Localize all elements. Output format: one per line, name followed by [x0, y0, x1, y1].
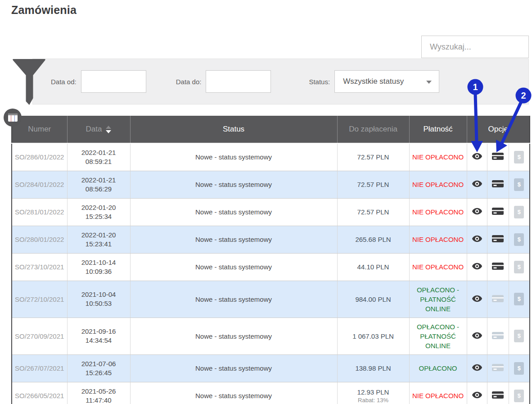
- view-order-button[interactable]: [472, 208, 482, 215]
- invoice-button: $: [514, 178, 524, 191]
- column-header-data[interactable]: Data: [67, 116, 130, 143]
- column-header-label: Opcje: [488, 125, 508, 133]
- order-date-cell: 2021-10-0410:50:53: [67, 281, 130, 318]
- pay-order-button: [492, 363, 504, 372]
- credit-card-icon: [492, 155, 504, 162]
- credit-card-icon: [492, 366, 504, 373]
- order-row: SO/267/07/20212021-07-0615:26:45Nowe - s…: [12, 354, 530, 382]
- order-status-cell: Nowe - status systemowy: [130, 354, 337, 382]
- order-time: 08:59:21: [70, 157, 127, 166]
- order-row: SO/272/10/20212021-10-0410:50:53Nowe - s…: [12, 281, 530, 318]
- pay-order-button[interactable]: [492, 235, 504, 243]
- pay-order-button[interactable]: [492, 262, 504, 270]
- credit-card-icon: [492, 265, 504, 272]
- order-time: 08:56:29: [70, 185, 127, 194]
- column-header-label: Płatność: [423, 125, 452, 133]
- order-time: 11:47:40: [70, 396, 127, 404]
- view-order-cell: [467, 226, 487, 253]
- order-status-cell: Nowe - status systemowy: [130, 281, 337, 318]
- invoice-cell: $: [509, 318, 530, 354]
- credit-card-icon: [492, 210, 504, 217]
- view-order-button[interactable]: [472, 153, 482, 160]
- column-header-label: Data: [86, 125, 102, 133]
- invoice-cell: $: [509, 226, 530, 253]
- order-amount: 984.00 PLN: [340, 295, 406, 303]
- status-label: Status:: [309, 78, 330, 86]
- date-from-input[interactable]: [81, 70, 146, 93]
- payment-status-cell: OPŁACONO - PŁATNOŚĆ ONLINE: [409, 281, 467, 318]
- eye-icon: [472, 237, 482, 244]
- order-time: 15:23:41: [70, 240, 127, 249]
- orders-table: NumerDataStatusDo zapłaceniaPłatnośćOpcj…: [11, 116, 530, 404]
- order-status-cell: Nowe - status systemowy: [130, 171, 337, 198]
- eye-icon: [472, 297, 482, 304]
- order-date: 2021-05-26: [70, 387, 127, 396]
- order-date-cell: 2021-10-1410:09:36: [67, 253, 130, 281]
- invoice-cell: $: [509, 354, 530, 382]
- invoice-button: $: [514, 293, 524, 305]
- invoice-button: $: [514, 390, 524, 402]
- column-settings-button[interactable]: [4, 109, 22, 127]
- order-status-cell: Nowe - status systemowy: [130, 318, 337, 354]
- invoice-cell: $: [509, 171, 530, 198]
- view-order-cell: [467, 281, 487, 318]
- order-number-cell: SO/281/01/2022: [12, 198, 67, 226]
- view-order-button[interactable]: [472, 235, 482, 242]
- sort-arrows-icon[interactable]: [106, 126, 111, 133]
- eye-icon: [472, 393, 482, 400]
- pay-order-cell: [487, 171, 509, 198]
- order-time: 14:34:54: [70, 336, 127, 345]
- pay-order-button[interactable]: [492, 152, 504, 160]
- order-date-cell: 2022-01-2015:25:34: [67, 198, 130, 226]
- pay-order-cell: [487, 143, 509, 171]
- pay-order-cell: [487, 198, 509, 226]
- pay-order-button[interactable]: [492, 207, 504, 215]
- pay-order-button[interactable]: [492, 180, 504, 188]
- order-date: 2022-01-20: [70, 231, 127, 240]
- order-time: 10:50:53: [70, 299, 127, 308]
- pay-order-button[interactable]: [492, 391, 504, 399]
- column-header-label: Do zapłacenia: [349, 125, 397, 133]
- order-date-cell: 2022-01-2108:56:29: [67, 171, 130, 198]
- order-number-cell: SO/286/01/2022: [12, 143, 67, 171]
- table-columns-icon: [8, 113, 18, 122]
- view-order-button[interactable]: [472, 180, 482, 187]
- orders-page: Zamówienia Data od: Data do: Status: Wsz…: [0, 0, 532, 404]
- column-header-status: Status: [130, 116, 337, 143]
- view-order-button[interactable]: [472, 364, 482, 371]
- order-row: SO/266/05/20212021-05-2611:47:40Nowe - s…: [12, 382, 530, 404]
- pay-order-cell: [487, 354, 509, 382]
- payment-status-cell: NIE OPŁACONO: [409, 171, 467, 198]
- order-amount-cell: 1 067.03 PLN: [337, 318, 409, 354]
- search-input[interactable]: [422, 42, 532, 52]
- chevron-down-icon: [426, 81, 432, 84]
- payment-status-cell: OPŁACONO: [409, 354, 467, 382]
- view-order-button[interactable]: [472, 332, 482, 339]
- view-order-cell: [467, 382, 487, 404]
- order-amount-cell: 44.10 PLN: [337, 253, 409, 281]
- invoice-cell: $: [509, 281, 530, 318]
- view-order-cell: [467, 171, 487, 198]
- view-order-button[interactable]: [472, 295, 482, 302]
- status-select[interactable]: Wszystkie statusy: [334, 70, 439, 93]
- date-to-input[interactable]: [206, 70, 271, 93]
- order-amount-cell: 12.93 PLNRabat: 13%: [337, 382, 409, 404]
- order-status-cell: Nowe - status systemowy: [130, 382, 337, 404]
- view-order-button[interactable]: [472, 391, 482, 399]
- pay-order-cell: [487, 226, 509, 253]
- order-number-cell: SO/273/10/2021: [12, 253, 67, 281]
- order-amount: 138.98 PLN: [340, 364, 406, 372]
- view-order-cell: [467, 143, 487, 171]
- view-order-button[interactable]: [472, 263, 482, 270]
- date-to-label: Data do:: [176, 78, 202, 86]
- order-number-cell: SO/272/10/2021: [12, 281, 67, 318]
- column-header-do-zap-acenia[interactable]: Do zapłacenia: [337, 116, 409, 143]
- order-date: 2022-01-21: [70, 176, 127, 185]
- eye-icon: [472, 154, 482, 161]
- dollar-icon: $: [514, 330, 524, 342]
- order-date: 2022-01-21: [70, 148, 127, 157]
- order-status-cell: Nowe - status systemowy: [130, 143, 337, 171]
- payment-status-cell: NIE OPŁACONO: [409, 226, 467, 253]
- order-status-cell: Nowe - status systemowy: [130, 253, 337, 281]
- credit-card-icon: [492, 297, 504, 304]
